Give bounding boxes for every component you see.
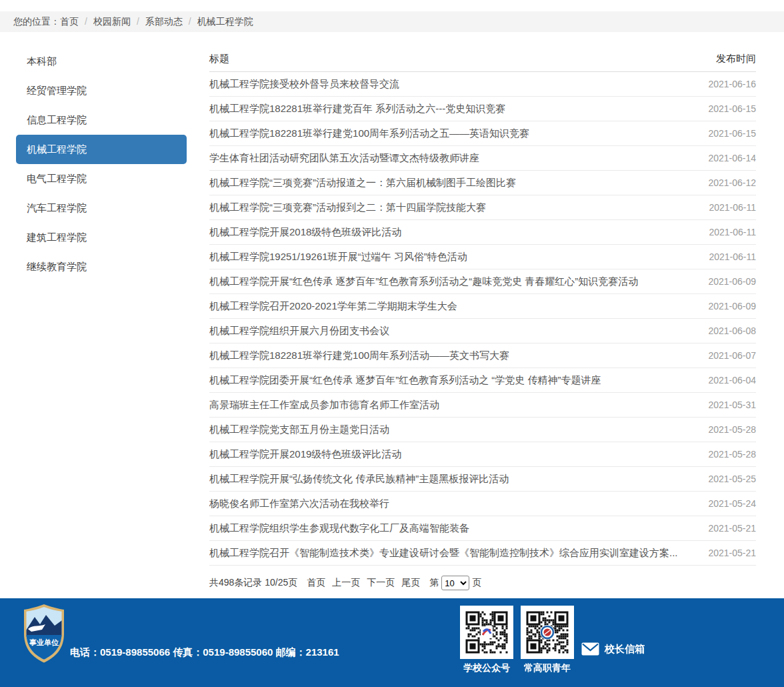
column-header-date: 发布时间 bbox=[716, 53, 756, 65]
sidebar-item-7[interactable]: 继续教育学院 bbox=[16, 252, 187, 281]
sidebar-item-6[interactable]: 建筑工程学院 bbox=[16, 223, 187, 252]
footer-contact-info: 电话：0519-89855066 传真：0519-89855060 邮编：213… bbox=[70, 607, 405, 687]
sidebar: 本科部经贸管理学院信息工程学院机械工程学院电气工程学院汽车工程学院建筑工程学院继… bbox=[16, 47, 187, 590]
news-date: 2021-06-09 bbox=[708, 301, 756, 311]
breadcrumb-separator: / bbox=[85, 16, 87, 27]
news-row: 机械工程学院开展“红色传承 逐梦百年”红色教育系列活动之“趣味竞党史 青春耀红心… bbox=[209, 269, 756, 294]
news-row: 机械工程学院开展“弘扬传统文化 传承民族精神”主题黑板报评比活动2021-05-… bbox=[209, 467, 756, 492]
news-date: 2021-06-09 bbox=[708, 276, 756, 287]
news-list: 机械工程学院接受校外督导员来校督导交流2021-06-16机械工程学院18228… bbox=[209, 72, 756, 566]
news-title-link[interactable]: 机械工程学院团委开展“红色传承 逐梦百年”红色教育系列活动之 “学党史 传精神”… bbox=[209, 374, 601, 387]
news-date: 2021-06-14 bbox=[708, 153, 756, 163]
news-row: 机械工程学院182281班举行建党100周年系列活动——英文书写大赛2021-0… bbox=[209, 344, 756, 368]
news-title-link[interactable]: 机械工程学院开展2019级特色班级评比活动 bbox=[209, 448, 401, 461]
news-date: 2021-05-28 bbox=[708, 424, 756, 435]
news-title-link[interactable]: 机械工程学院“三项竞赛”活动报道之一：第六届机械制图手工绘图比赛 bbox=[209, 177, 516, 189]
news-row: 机械工程学院“三项竞赛”活动报到之二：第十四届学院技能大赛2021-06-11 bbox=[209, 195, 756, 220]
news-date: 2021-06-11 bbox=[709, 227, 756, 237]
news-date: 2021-05-21 bbox=[708, 548, 756, 558]
column-header-title: 标题 bbox=[209, 53, 229, 65]
prev-page-link[interactable]: 上一页 bbox=[332, 577, 360, 589]
news-date: 2021-05-31 bbox=[708, 400, 756, 410]
news-title-link[interactable]: 机械工程学院开展2018级特色班级评比活动 bbox=[209, 226, 401, 239]
breadcrumb: 您的位置： 首页/校园新闻/系部动态/机械工程学院 bbox=[0, 11, 784, 32]
news-date: 2021-06-15 bbox=[708, 128, 756, 139]
news-date: 2021-06-11 bbox=[709, 202, 756, 213]
news-title-link[interactable]: 机械工程学院182281班举行建党100周年系列活动——英文书写大赛 bbox=[209, 350, 509, 362]
news-row: 机械工程学院182281班举行建党百年 系列活动之六---党史知识竞赛2021-… bbox=[209, 97, 756, 121]
qr-code-image bbox=[465, 610, 509, 654]
sidebar-item-5[interactable]: 汽车工程学院 bbox=[16, 193, 187, 223]
news-date: 2021-06-16 bbox=[708, 79, 756, 89]
news-row: 学生体育社团活动研究团队第五次活动暨谭文杰特级教师讲座2021-06-14 bbox=[209, 146, 756, 171]
news-title-link[interactable]: 机械工程学院召开2020-2021学年第二学期期末学生大会 bbox=[209, 300, 457, 313]
last-page-link[interactable]: 尾页 bbox=[401, 577, 420, 589]
news-row: 机械工程学院开展2019级特色班级评比活动2021-05-28 bbox=[209, 442, 756, 467]
news-title-link[interactable]: 杨晓俊名师工作室第六次活动在我校举行 bbox=[209, 498, 389, 510]
breadcrumb-link[interactable]: 机械工程学院 bbox=[197, 16, 253, 27]
footer-line-phone: 电话：0519-89855066 传真：0519-89855060 邮编：213… bbox=[70, 643, 405, 661]
news-row: 机械工程学院组织学生参观现代数字化工厂及高端智能装备2021-05-21 bbox=[209, 516, 756, 541]
news-row: 机械工程学院团委开展“红色传承 逐梦百年”红色教育系列活动之 “学党史 传精神”… bbox=[209, 368, 756, 393]
news-date: 2021-06-08 bbox=[708, 325, 756, 336]
news-title-link[interactable]: 机械工程学院组织学生参观现代数字化工厂及高端智能装备 bbox=[209, 522, 469, 535]
news-row: 杨晓俊名师工作室第六次活动在我校举行2021-05-24 bbox=[209, 492, 756, 516]
news-date: 2021-05-25 bbox=[708, 474, 756, 484]
jump-suffix: 页 bbox=[472, 577, 481, 589]
news-title-link[interactable]: 机械工程学院召开《智能制造技术类》专业建设研讨会暨《智能制造控制技术》综合应用实… bbox=[209, 547, 678, 560]
principal-mailbox-link[interactable]: 校长信箱 bbox=[581, 642, 645, 656]
breadcrumb-separator: / bbox=[137, 16, 139, 27]
news-row: 机械工程学院召开《智能制造技术类》专业建设研讨会暨《智能制造控制技术》综合应用实… bbox=[209, 541, 756, 566]
news-date: 2021-06-07 bbox=[708, 350, 756, 361]
sidebar-item-3[interactable]: 机械工程学院 bbox=[16, 135, 187, 164]
news-date: 2021-05-28 bbox=[708, 449, 756, 460]
news-title-link[interactable]: 机械工程学院19251/19261班开展“过端午 习风俗”特色活动 bbox=[209, 251, 467, 263]
qr-label: 常高职青年 bbox=[521, 662, 574, 674]
public-institution-badge-icon: 事业单位 bbox=[22, 604, 66, 664]
sidebar-item-1[interactable]: 经贸管理学院 bbox=[16, 76, 187, 105]
news-title-link[interactable]: 机械工程学院182281班举行建党100周年系列活动之五——英语知识竞赛 bbox=[209, 127, 529, 140]
breadcrumb-link[interactable]: 系部动态 bbox=[145, 16, 183, 27]
qr-label: 学校公众号 bbox=[460, 662, 513, 674]
news-title-link[interactable]: 学生体育社团活动研究团队第五次活动暨谭文杰特级教师讲座 bbox=[209, 152, 479, 165]
news-row: 机械工程学院开展2018级特色班级评比活动2021-06-11 bbox=[209, 220, 756, 245]
qr-school-account: 学校公众号 bbox=[460, 606, 513, 674]
news-date: 2021-06-04 bbox=[708, 375, 756, 386]
news-title-link[interactable]: 机械工程学院党支部五月份主题党日活动 bbox=[209, 424, 389, 436]
record-count: 共498条记录 10/25页 bbox=[209, 577, 297, 589]
main-area: 本科部经贸管理学院信息工程学院机械工程学院电气工程学院汽车工程学院建筑工程学院继… bbox=[0, 32, 784, 590]
news-title-link[interactable]: 机械工程学院接受校外督导员来校督导交流 bbox=[209, 78, 399, 91]
sidebar-item-2[interactable]: 信息工程学院 bbox=[16, 105, 187, 135]
jump-prefix: 第 bbox=[429, 577, 439, 589]
news-date: 2021-06-12 bbox=[708, 177, 756, 188]
news-row: 高景瑞班主任工作室成员参加市德育名师工作室活动2021-05-31 bbox=[209, 393, 756, 418]
pagination: 共498条记录 10/25页 首页 上一页 下一页 尾页 第 10 页 bbox=[209, 576, 756, 590]
news-title-link[interactable]: 机械工程学院开展“弘扬传统文化 传承民族精神”主题黑板报评比活动 bbox=[209, 473, 509, 486]
page-select[interactable]: 10 bbox=[441, 576, 469, 590]
breadcrumb-items: 首页/校园新闻/系部动态/机械工程学院 bbox=[60, 16, 253, 28]
news-row: 机械工程学院19251/19261班开展“过端午 习风俗”特色活动2021-06… bbox=[209, 245, 756, 269]
news-title-link[interactable]: 机械工程学院182281班举行建党百年 系列活动之六---党史知识竞赛 bbox=[209, 103, 505, 115]
news-title-link[interactable]: 机械工程学院组织开展六月份团支书会议 bbox=[209, 325, 389, 337]
breadcrumb-link[interactable]: 校园新闻 bbox=[93, 16, 131, 27]
envelope-icon bbox=[581, 642, 599, 656]
sidebar-item-0[interactable]: 本科部 bbox=[16, 47, 187, 76]
next-page-link[interactable]: 下一页 bbox=[367, 577, 395, 589]
news-row: 机械工程学院组织开展六月份团支书会议2021-06-08 bbox=[209, 319, 756, 344]
news-date: 2021-06-15 bbox=[708, 103, 756, 114]
first-page-link[interactable]: 首页 bbox=[307, 577, 325, 589]
news-title-link[interactable]: 机械工程学院开展“红色传承 逐梦百年”红色教育系列活动之“趣味竞党史 青春耀红心… bbox=[209, 275, 638, 288]
qr-youth-account: 常高职青年 bbox=[521, 606, 574, 674]
svg-text:事业单位: 事业单位 bbox=[29, 638, 59, 646]
news-title-link[interactable]: 高景瑞班主任工作室成员参加市德育名师工作室活动 bbox=[209, 399, 439, 412]
qr-code-image bbox=[525, 610, 569, 654]
news-title-link[interactable]: 机械工程学院“三项竞赛”活动报到之二：第十四届学院技能大赛 bbox=[209, 201, 486, 214]
news-row: 机械工程学院召开2020-2021学年第二学期期末学生大会2021-06-09 bbox=[209, 294, 756, 319]
breadcrumb-link[interactable]: 首页 bbox=[60, 16, 79, 27]
news-date: 2021-05-21 bbox=[708, 523, 756, 534]
breadcrumb-separator: / bbox=[189, 16, 191, 27]
sidebar-item-4[interactable]: 电气工程学院 bbox=[16, 164, 187, 193]
news-panel: 标题 发布时间 机械工程学院接受校外督导员来校督导交流2021-06-16机械工… bbox=[209, 47, 756, 590]
news-row: 机械工程学院“三项竞赛”活动报道之一：第六届机械制图手工绘图比赛2021-06-… bbox=[209, 171, 756, 195]
news-date: 2021-06-11 bbox=[709, 251, 756, 262]
